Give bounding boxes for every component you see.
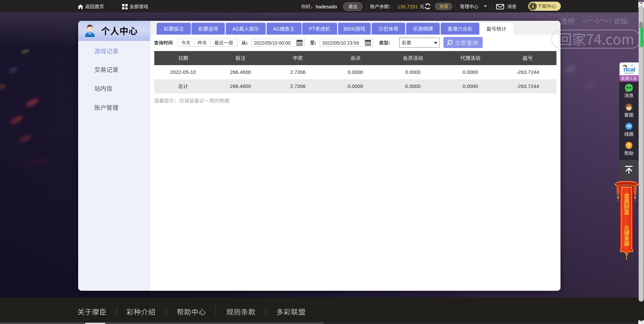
svg-text:?: ? [627, 142, 630, 148]
